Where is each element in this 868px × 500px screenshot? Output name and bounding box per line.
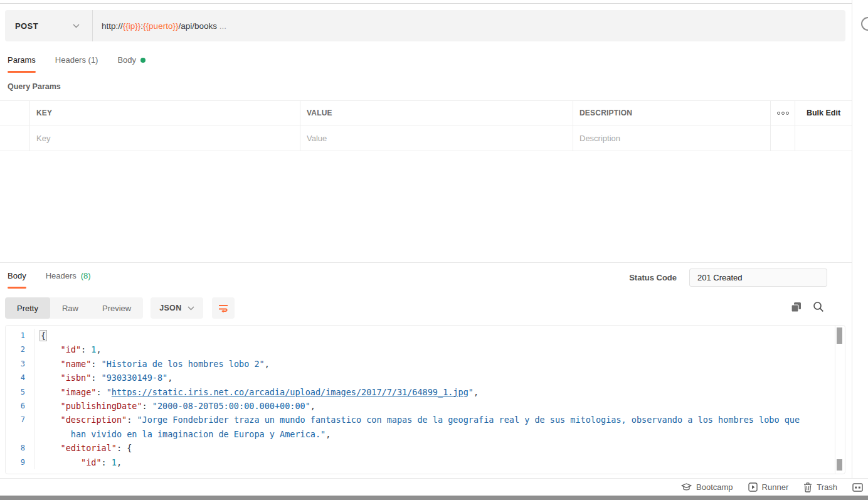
status-code-label: Status Code — [629, 273, 677, 282]
tab-headers[interactable]: Headers (1) — [55, 55, 98, 73]
code-line: 5 "image": "https://static.iris.net.co/a… — [6, 385, 835, 399]
trash-icon — [803, 482, 812, 492]
code-line: 7 "description": "Jorge Fondebrider traz… — [6, 413, 835, 427]
view-pretty-button[interactable]: Pretty — [5, 297, 50, 319]
right-sidebar-strip — [852, 0, 868, 478]
more-options-icon[interactable] — [777, 112, 789, 115]
runner-play-icon — [748, 482, 758, 492]
trash-button[interactable]: Trash — [803, 482, 837, 492]
view-preview-button[interactable]: Preview — [90, 297, 143, 319]
status-bar: Bootcamp Runner Trash — [0, 478, 868, 496]
url-link[interactable]: https://static.iris.net.co/arcadia/uploa… — [112, 387, 468, 397]
response-divider — [0, 262, 852, 263]
url-segment: http:// — [102, 21, 123, 31]
code-line: 9 "id": 1, — [6, 455, 835, 469]
code-line: 3 "name": "Historia de los hombres lobo … — [6, 357, 835, 371]
two-pane-layout-icon — [852, 483, 863, 492]
method-selector[interactable]: POST — [5, 10, 92, 41]
row-checkbox-cell — [0, 125, 29, 151]
response-tab-headers[interactable]: Headers (8) — [46, 271, 91, 289]
table-input-row — [0, 125, 852, 151]
row-handle-cell — [0, 101, 29, 125]
column-header-key: KEY — [36, 109, 52, 117]
wrap-text-icon — [218, 303, 229, 313]
tab-params-label: Params — [8, 55, 36, 65]
code-content: "isbn": "930330149-8", — [34, 371, 172, 385]
line-number: 7 — [6, 413, 34, 427]
line-number: 1 — [6, 329, 34, 343]
bottom-window-edge — [0, 496, 868, 500]
table-header-row: KEY VALUE DESCRIPTION Bulk Edit — [0, 100, 852, 125]
request-tabs: Params Headers (1) Body — [8, 55, 146, 73]
trash-label: Trash — [817, 482, 837, 492]
partial-circle-button[interactable] — [861, 17, 868, 31]
copy-icon[interactable] — [791, 302, 802, 312]
runner-button[interactable]: Runner — [748, 482, 789, 492]
url-segment: {{ip}} — [123, 21, 141, 31]
two-pane-layout-button[interactable] — [852, 483, 863, 492]
code-line: han vivido en la imaginacion de Europa y… — [6, 427, 835, 441]
url-segment: /api/books — [178, 21, 217, 31]
scrollbar-track — [835, 326, 835, 474]
status-code-value[interactable]: 201 Created — [689, 269, 827, 287]
status-code-group: Status Code 201 Created — [629, 269, 827, 287]
query-params-heading: Query Params — [8, 82, 61, 91]
chevron-down-icon — [73, 24, 80, 28]
code-line: 4 "isbn": "930330149-8", — [6, 371, 835, 385]
chevron-down-icon — [188, 306, 194, 311]
column-header-description: DESCRIPTION — [580, 109, 632, 117]
code-scroll-area[interactable]: 1{2 "id": 1,3 "name": "Historia de los h… — [6, 326, 835, 474]
code-content: "editorial": { — [34, 441, 132, 455]
key-input[interactable] — [36, 134, 287, 143]
line-number: 5 — [6, 385, 34, 399]
request-url-bar: POST http://{{ip}}:{{puerto}}/api/books … — [5, 10, 845, 41]
response-body-viewer: 1{2 "id": 1,3 "name": "Historia de los h… — [5, 325, 845, 474]
tab-body[interactable]: Body — [117, 55, 146, 73]
bulk-edit-button[interactable]: Bulk Edit — [807, 109, 840, 117]
graduation-cap-icon — [681, 482, 692, 492]
format-label: JSON — [159, 304, 181, 312]
tab-body-label: Body — [117, 55, 136, 65]
view-mode-switch: Pretty Raw Preview — [5, 297, 143, 319]
tab-headers-label: Headers (1) — [55, 55, 98, 65]
code-content: "image": "https://static.iris.net.co/arc… — [34, 385, 479, 399]
url-input[interactable]: http://{{ip}}:{{puerto}}/api/books ... — [93, 21, 845, 31]
view-raw-button[interactable]: Raw — [50, 297, 90, 319]
response-headers-count: (8) — [81, 271, 91, 280]
description-input[interactable] — [580, 134, 761, 143]
format-dropdown[interactable]: JSON — [151, 297, 203, 319]
line-number: 8 — [6, 441, 34, 455]
response-toolbar: Pretty Raw Preview JSON — [5, 297, 235, 319]
code-content: "id": 1, — [34, 455, 122, 469]
response-tab-body[interactable]: Body — [8, 271, 26, 289]
main-panel: POST http://{{ip}}:{{puerto}}/api/books … — [0, 0, 852, 478]
response-tabs: Body Headers (8) — [8, 271, 91, 289]
line-number: 2 — [6, 343, 34, 356]
url-segment: ... — [217, 21, 226, 31]
line-number: 3 — [6, 357, 34, 371]
column-header-value: VALUE — [307, 109, 332, 117]
value-input[interactable] — [307, 134, 559, 143]
response-tab-headers-label: Headers — [46, 271, 77, 280]
line-number: 9 — [6, 455, 34, 469]
code-line: 1{ — [6, 329, 835, 343]
wrap-lines-button[interactable] — [212, 297, 235, 319]
code-content: "name": "Historia de los hombres lobo 2"… — [34, 357, 270, 371]
bootcamp-label: Bootcamp — [696, 482, 733, 492]
response-tab-body-label: Body — [8, 271, 26, 280]
method-label: POST — [15, 21, 38, 31]
code-content: { — [34, 329, 46, 343]
scrollbar-thumb[interactable] — [837, 327, 842, 344]
body-filled-dot — [140, 58, 146, 63]
scrollbar-thumb-bottom[interactable] — [837, 459, 842, 471]
tab-params[interactable]: Params — [8, 55, 36, 73]
line-number — [6, 427, 34, 441]
url-segment: {{puerto}} — [143, 21, 178, 31]
search-icon[interactable] — [813, 301, 824, 312]
code-line: 6 "publishingDate": "2000-08-20T05:00:00… — [6, 399, 835, 413]
code-content: han vivido en la imaginacion de Europa y… — [34, 427, 331, 441]
code-content: "description": "Jorge Fondebrider traza … — [34, 413, 800, 427]
code-line: 8 "editorial": { — [6, 441, 835, 455]
bootcamp-button[interactable]: Bootcamp — [681, 482, 733, 492]
code-content: "publishingDate": "2000-08-20T05:00:00.0… — [34, 399, 315, 413]
